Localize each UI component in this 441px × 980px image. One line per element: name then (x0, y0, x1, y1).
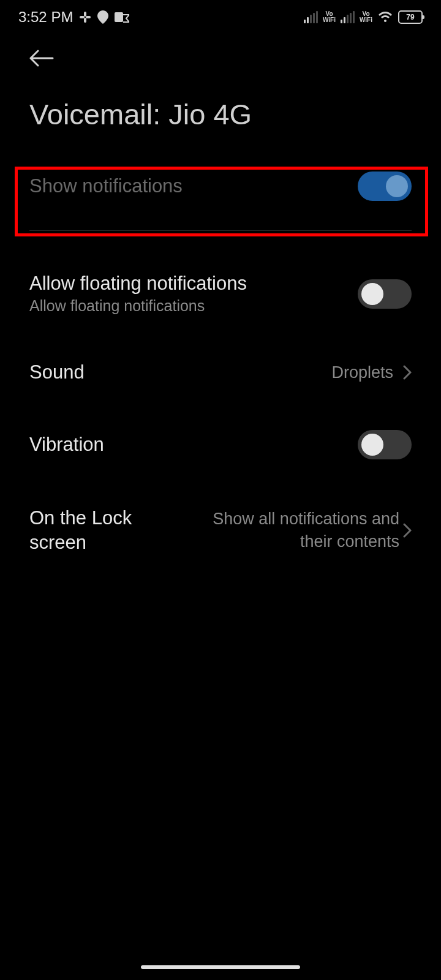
lockscreen-label: On the Lock screen (29, 506, 152, 556)
chevron-right-icon (403, 365, 412, 380)
chevron-right-icon (403, 523, 412, 538)
svg-rect-0 (84, 12, 86, 17)
divider (29, 230, 412, 231)
signal-icon-1 (304, 11, 318, 23)
show-notifications-row[interactable]: Show notifications (0, 154, 441, 218)
svg-rect-3 (86, 16, 91, 18)
lockscreen-value: Show all notifications and their content… (191, 508, 399, 554)
vowifi-label-2: Vo WiFi (360, 11, 372, 23)
status-time: 3:52 PM (18, 9, 73, 26)
floating-label: Allow floating notifications (29, 273, 358, 295)
svg-rect-1 (84, 18, 86, 23)
back-button[interactable] (0, 34, 441, 79)
status-right: Vo WiFi Vo WiFi 79 (304, 10, 423, 24)
signal-icon-2 (341, 11, 355, 23)
status-bar: 3:52 PM (0, 0, 441, 34)
wifi-icon (377, 11, 393, 23)
slack-icon (79, 11, 91, 23)
location-icon (97, 10, 108, 24)
home-indicator[interactable] (141, 965, 300, 969)
vibration-row[interactable]: Vibration (0, 413, 441, 477)
outlook-icon (115, 11, 129, 23)
lockscreen-row[interactable]: On the Lock screen Show all notification… (0, 477, 441, 573)
sound-value: Droplets (331, 363, 393, 382)
show-notifications-toggle[interactable] (358, 172, 412, 201)
sound-row[interactable]: Sound Droplets (0, 332, 441, 413)
svg-rect-4 (115, 12, 123, 22)
floating-sublabel: Allow floating notifications (29, 297, 358, 315)
battery-icon: 79 (398, 10, 423, 24)
svg-rect-2 (80, 16, 85, 18)
sound-label: Sound (29, 361, 85, 383)
status-left: 3:52 PM (18, 9, 129, 26)
vibration-label: Vibration (29, 434, 104, 456)
page-title: Voicemail: Jio 4G (0, 79, 441, 143)
show-notifications-label: Show notifications (29, 175, 183, 197)
floating-toggle[interactable] (358, 279, 412, 309)
vowifi-label-1: Vo WiFi (323, 11, 336, 23)
floating-notifications-row[interactable]: Allow floating notifications Allow float… (0, 255, 441, 332)
vibration-toggle[interactable] (358, 430, 412, 459)
